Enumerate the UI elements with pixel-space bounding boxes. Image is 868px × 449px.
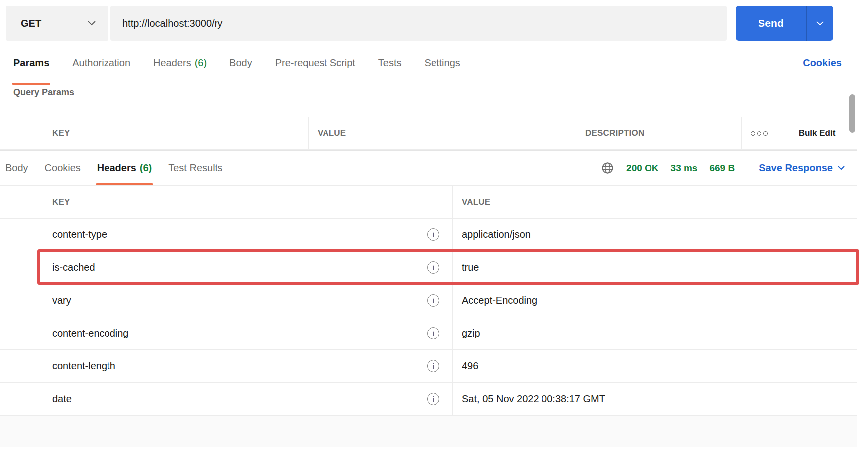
row-value-cell: true: [453, 251, 857, 284]
header-value: true: [462, 262, 479, 273]
response-tab-body[interactable]: Body: [5, 151, 28, 185]
tab-label: Tests: [378, 57, 402, 69]
request-tabs: Params Authorization Headers (6) Body Pr…: [0, 41, 857, 85]
table-row: date i Sat, 05 Nov 2022 00:38:17 GMT: [0, 383, 857, 416]
bulk-edit-label: Bulk Edit: [799, 128, 836, 138]
tab-settings[interactable]: Settings: [425, 41, 460, 85]
tab-label: Cookies: [45, 162, 81, 174]
header-key: content-encoding: [52, 328, 128, 339]
response-tab-cookies[interactable]: Cookies: [45, 151, 81, 185]
response-headers-count: (6): [140, 162, 152, 174]
url-input[interactable]: [110, 6, 727, 41]
vertical-divider: [747, 161, 747, 176]
globe-icon[interactable]: [601, 161, 614, 175]
send-button[interactable]: Send: [736, 6, 806, 41]
row-gutter: [0, 284, 42, 317]
info-icon[interactable]: i: [427, 228, 439, 241]
table-row-highlighted: is-cached i true: [0, 251, 857, 284]
table-row: vary i Accept-Encoding: [0, 284, 857, 317]
scrollbar-thumb[interactable]: [849, 94, 855, 133]
response-status-area: 200 OK 33 ms 669 B Save Response: [601, 151, 845, 185]
info-icon[interactable]: i: [427, 360, 439, 372]
column-label: KEY: [52, 128, 70, 138]
row-key-cell: date i: [42, 383, 453, 415]
tab-label: Authorization: [72, 57, 130, 69]
params-key-header: KEY: [42, 117, 309, 149]
more-options-dots-icon: [751, 131, 768, 136]
info-icon[interactable]: i: [427, 294, 439, 307]
request-url-bar: GET Send: [6, 6, 857, 41]
tab-label: Headers: [97, 162, 136, 174]
tab-authorization[interactable]: Authorization: [72, 41, 130, 85]
tab-label: Body: [229, 57, 252, 69]
postman-app: GET Send Params Authorization Headers: [0, 6, 857, 449]
row-value-cell: Accept-Encoding: [453, 284, 857, 317]
row-key-cell: is-cached i: [42, 251, 453, 284]
header-value: Sat, 05 Nov 2022 00:38:17 GMT: [462, 393, 605, 405]
row-gutter: [0, 251, 42, 284]
column-label: DESCRIPTION: [585, 128, 644, 138]
chevron-down-icon: [838, 166, 845, 170]
row-value-cell: Sat, 05 Nov 2022 00:38:17 GMT: [453, 383, 857, 415]
status-time: 33 ms: [671, 163, 698, 174]
params-value-header: VALUE: [309, 117, 577, 149]
column-label: KEY: [52, 197, 70, 207]
query-params-title: Query Params: [13, 85, 857, 100]
row-gutter: [0, 317, 42, 349]
row-key-cell: content-encoding i: [42, 317, 453, 349]
tab-params[interactable]: Params: [13, 41, 49, 85]
tab-label: Headers: [153, 57, 191, 69]
send-button-label: Send: [758, 17, 784, 29]
save-response-button[interactable]: Save Response: [759, 162, 845, 174]
row-gutter: [0, 219, 42, 251]
method-select[interactable]: GET: [6, 6, 108, 41]
info-icon[interactable]: i: [427, 393, 439, 405]
row-key-cell: content-length i: [42, 350, 453, 382]
header-value: application/json: [462, 229, 531, 240]
tab-label: Pre-request Script: [275, 57, 355, 69]
params-more-options-button[interactable]: [742, 117, 777, 149]
header-value: 496: [462, 360, 478, 372]
tab-label: Body: [5, 162, 28, 174]
method-label: GET: [21, 18, 41, 29]
header-value: Accept-Encoding: [462, 295, 537, 306]
row-gutter: [0, 383, 42, 415]
tab-label: Params: [13, 57, 49, 69]
tab-headers-count: (6): [195, 57, 207, 69]
column-label: VALUE: [318, 128, 346, 138]
header-key: content-type: [52, 229, 107, 240]
response-key-header: KEY: [42, 186, 453, 218]
status-size: 669 B: [709, 163, 735, 174]
info-icon[interactable]: i: [427, 327, 439, 339]
cookies-link[interactable]: Cookies: [803, 57, 842, 69]
response-gutter-cell: [0, 186, 42, 218]
status-code: 200 OK: [626, 163, 658, 174]
row-gutter: [0, 350, 42, 382]
tab-pre-request-script[interactable]: Pre-request Script: [275, 41, 355, 85]
response-tab-test-results[interactable]: Test Results: [168, 151, 222, 185]
response-value-header: VALUE: [453, 186, 857, 218]
header-value: gzip: [462, 328, 480, 339]
chevron-down-icon: [88, 21, 96, 26]
response-meta-bar: Body Cookies Headers (6) Test Results 20…: [0, 151, 857, 186]
column-label: VALUE: [462, 197, 490, 207]
tab-tests[interactable]: Tests: [378, 41, 402, 85]
send-dropdown-button[interactable]: [806, 6, 833, 41]
header-key: date: [52, 393, 72, 405]
row-value-cell: application/json: [453, 219, 857, 251]
row-key-cell: vary i: [42, 284, 453, 317]
tab-label: Settings: [425, 57, 460, 69]
tab-body[interactable]: Body: [229, 41, 252, 85]
response-tab-headers[interactable]: Headers (6): [97, 151, 152, 185]
chevron-down-icon: [816, 21, 824, 26]
table-row: content-encoding i gzip: [0, 317, 857, 350]
row-value-cell: 496: [453, 350, 857, 382]
save-response-label: Save Response: [759, 162, 833, 174]
tab-headers[interactable]: Headers (6): [153, 41, 207, 85]
query-params-table-header: KEY VALUE DESCRIPTION Bulk Edit: [0, 117, 857, 150]
bulk-edit-button[interactable]: Bulk Edit: [777, 117, 857, 149]
info-icon[interactable]: i: [427, 261, 439, 274]
header-key: is-cached: [52, 262, 95, 273]
row-value-cell: gzip: [453, 317, 857, 349]
response-table-header: KEY VALUE: [0, 186, 857, 219]
